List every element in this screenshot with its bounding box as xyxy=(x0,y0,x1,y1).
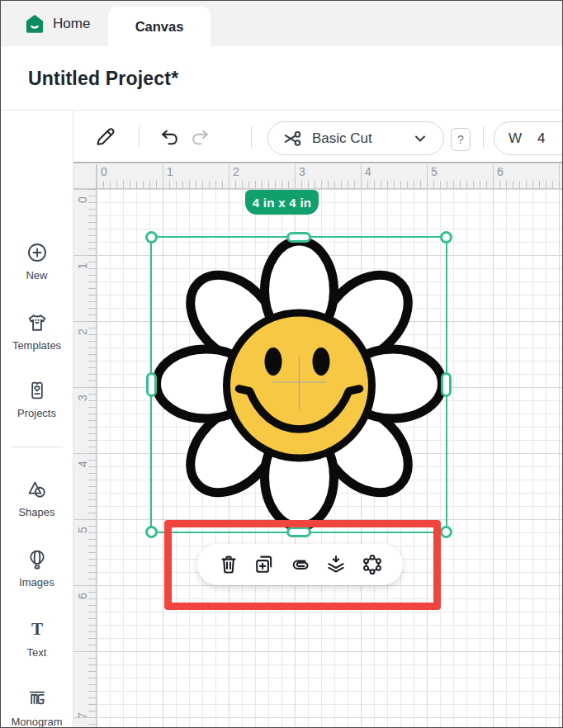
tab-home-label: Home xyxy=(53,16,90,32)
sidebar-item-label: Shapes xyxy=(1,506,73,518)
selection-handle-middle-right[interactable] xyxy=(441,372,452,397)
redo-button[interactable] xyxy=(190,127,211,150)
canvas-toolbar: Basic Cut ? W 4 xyxy=(73,111,563,163)
v-ruler-number: 7 xyxy=(76,709,89,722)
operation-type-value: Basic Cut xyxy=(312,130,372,147)
tab-canvas[interactable]: Canvas xyxy=(108,7,211,46)
h-ruler-number: 3 xyxy=(299,165,305,178)
cricut-design-space-window: Home Canvas Untitled Project* New Templa… xyxy=(0,0,563,728)
h-ruler-number: 5 xyxy=(431,165,438,178)
undo-button[interactable] xyxy=(159,127,180,150)
v-ruler-number: 5 xyxy=(76,523,89,537)
v-ruler-number: 1 xyxy=(76,259,89,272)
svg-text:T: T xyxy=(31,619,42,639)
sidebar-item-new[interactable]: New xyxy=(1,241,73,281)
toolbar-divider xyxy=(483,126,484,148)
v-ruler-number: 3 xyxy=(76,391,89,404)
selection-handle-top-left[interactable] xyxy=(145,231,158,243)
ruler-ticks xyxy=(97,181,563,188)
left-sidebar: New Templates Projects Shapes xyxy=(1,111,73,728)
sidebar-item-label: Projects xyxy=(1,407,73,419)
letter-t-icon: T xyxy=(26,618,49,641)
v-ruler-number: 0 xyxy=(76,193,89,206)
sidebar-item-templates[interactable]: Templates xyxy=(1,311,73,352)
hot-air-balloon-icon xyxy=(26,548,49,571)
pencil-icon xyxy=(93,125,117,149)
sidebar-item-label: Monogram xyxy=(1,716,73,728)
scissors-icon xyxy=(282,128,304,149)
annotation-highlight-rectangle xyxy=(164,520,441,610)
selection-handle-bottom-left[interactable] xyxy=(145,526,158,538)
selection-handle-middle-left[interactable] xyxy=(146,372,157,397)
tshirt-icon xyxy=(26,311,49,334)
sidebar-item-images[interactable]: Images xyxy=(1,548,73,589)
sidebar-item-projects[interactable]: Projects xyxy=(1,379,73,419)
undo-arrow-icon xyxy=(159,127,180,148)
size-badge: 4 in x 4 in xyxy=(245,190,319,215)
width-field[interactable]: W 4 xyxy=(494,121,563,155)
sidebar-item-label: Templates xyxy=(1,339,73,352)
v-ruler-number: 2 xyxy=(76,325,89,338)
edit-button[interactable] xyxy=(93,125,117,151)
cricut-home-icon xyxy=(24,13,45,35)
h-ruler-number: 1 xyxy=(167,165,173,178)
h-ruler-number: 2 xyxy=(233,165,239,178)
sidebar-divider xyxy=(12,447,63,447)
plus-circle-icon xyxy=(26,241,49,264)
operation-type-dropdown[interactable]: Basic Cut xyxy=(267,121,444,155)
v-ruler-number: 6 xyxy=(76,589,89,603)
ruler-ticks xyxy=(88,189,96,728)
v-ruler-number: 4 xyxy=(76,457,89,470)
h-ruler-number: 0 xyxy=(101,165,107,178)
redo-arrow-icon xyxy=(190,127,211,148)
selection-handle-top-right[interactable] xyxy=(440,231,452,243)
selection-handle-top-center[interactable] xyxy=(286,232,311,243)
sidebar-item-text[interactable]: T Text xyxy=(1,618,73,659)
sidebar-item-label: New xyxy=(1,269,73,281)
project-title: Untitled Project* xyxy=(28,67,178,89)
tab-canvas-label: Canvas xyxy=(135,19,184,35)
width-label: W xyxy=(509,130,522,147)
project-header: Untitled Project* xyxy=(1,46,563,111)
ruler-corner xyxy=(73,164,97,189)
tab-home[interactable]: Home xyxy=(1,1,108,46)
sidebar-item-label: Text xyxy=(1,646,73,659)
tab-bar: Home Canvas xyxy=(1,1,563,46)
help-button[interactable]: ? xyxy=(451,128,471,151)
selection-handle-bottom-right[interactable] xyxy=(440,526,452,538)
width-value: 4 xyxy=(537,130,545,147)
h-ruler-number: 4 xyxy=(365,165,371,178)
sidebar-item-label: Images xyxy=(1,576,73,589)
sidebar-item-monogram[interactable]: Monogram xyxy=(1,688,73,728)
h-ruler-number: 6 xyxy=(497,165,504,178)
sidebar-item-shapes[interactable]: Shapes xyxy=(1,478,73,518)
toolbar-divider xyxy=(251,126,252,148)
selection-bounding-box xyxy=(150,236,447,533)
project-tag-heart-icon xyxy=(26,379,49,402)
toolbar-divider xyxy=(139,126,140,148)
monogram-mg-icon xyxy=(26,688,49,711)
triangle-circle-icon xyxy=(26,478,49,501)
chevron-down-icon xyxy=(414,132,427,145)
